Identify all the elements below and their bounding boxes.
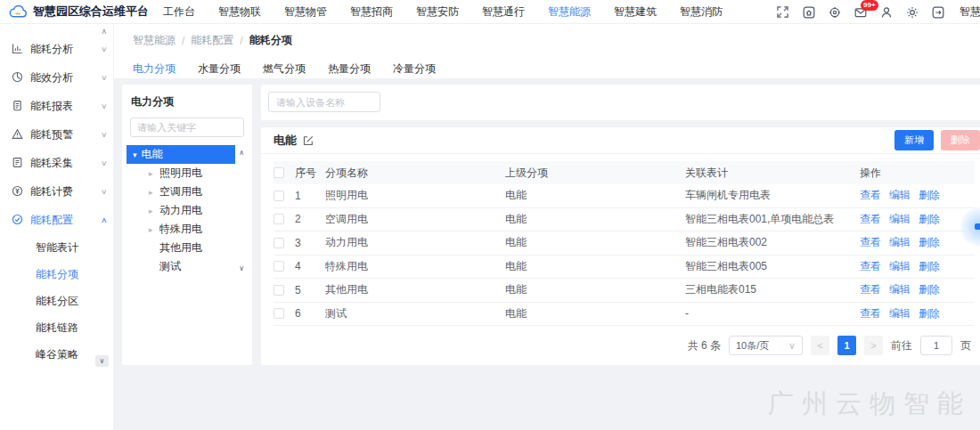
- tree-node[interactable]: 其他用电: [130, 239, 244, 257]
- edit-link[interactable]: 编辑: [889, 259, 911, 274]
- edit-link[interactable]: 编辑: [889, 282, 911, 297]
- sidebar-subitem[interactable]: 智能表计: [0, 234, 113, 261]
- delete-button[interactable]: 删除: [941, 130, 980, 150]
- sidebar-subitem[interactable]: 能耗分项: [0, 261, 113, 288]
- delete-link[interactable]: 删除: [919, 306, 940, 321]
- delete-link[interactable]: 删除: [919, 259, 940, 274]
- cell-name: 其他用电: [325, 282, 505, 297]
- settings-gear-icon[interactable]: [827, 4, 842, 20]
- next-page-button[interactable]: [864, 336, 883, 355]
- sidebar-item[interactable]: 能效分析 ∨: [0, 63, 113, 92]
- app-logo: 智慧园区综合运维平台: [0, 4, 159, 20]
- top-bar: 智慧园区综合运维平台 工作台智慧物联智慧物管智慧招商智慧安防智慧通行智慧能源智慧…: [0, 0, 980, 24]
- topnav-item[interactable]: 智慧建筑: [614, 4, 657, 20]
- topnav-item[interactable]: 智慧通行: [482, 4, 525, 20]
- theme-sun-icon[interactable]: [904, 4, 919, 20]
- mail-icon[interactable]: 99+: [853, 4, 868, 20]
- table-row: 4 特殊用电 电能 智能三相电表005 查看 编辑 删除: [274, 256, 975, 280]
- cell-meter: 车辆闸机专用电表: [685, 188, 860, 203]
- topnav-item[interactable]: 工作台: [163, 4, 195, 20]
- breadcrumb-item[interactable]: 智慧能源: [133, 33, 176, 48]
- tab-item[interactable]: 水量分项: [198, 61, 241, 77]
- breadcrumb-separator: /: [182, 35, 184, 47]
- sidebar-subitem[interactable]: 能耗分区: [0, 288, 113, 314]
- sidebar-item[interactable]: 能耗预警 ∨: [0, 120, 113, 149]
- cell-index: 4: [295, 260, 325, 272]
- row-checkbox[interactable]: [274, 191, 284, 201]
- topnav-item[interactable]: 智慧招商: [350, 4, 393, 20]
- add-button[interactable]: 新增: [894, 130, 934, 150]
- tree-search-input[interactable]: [130, 118, 244, 137]
- topnav-item[interactable]: 智慧安防: [416, 4, 459, 20]
- sidebar-item-icon: [12, 214, 24, 226]
- sidebar-subitem[interactable]: 能耗链路: [0, 314, 113, 341]
- edit-icon[interactable]: [303, 135, 314, 146]
- tree-scroll-up-icon[interactable]: ∧: [239, 149, 244, 157]
- view-link[interactable]: 查看: [860, 282, 881, 297]
- edit-link[interactable]: 编辑: [889, 188, 911, 203]
- sidebar-scroll-up-icon[interactable]: ∧: [101, 27, 107, 36]
- topnav-item[interactable]: 智慧物管: [284, 4, 327, 20]
- topnav-item[interactable]: 智慧能源: [548, 4, 591, 20]
- page-size-select[interactable]: 10条/页 ∨: [729, 336, 803, 355]
- row-checkbox[interactable]: [274, 214, 284, 224]
- view-link[interactable]: 查看: [860, 259, 881, 274]
- tree-scroll-down-icon[interactable]: ∨: [239, 264, 244, 272]
- device-search-input[interactable]: [268, 92, 380, 112]
- view-link[interactable]: 查看: [860, 212, 881, 227]
- row-checkbox[interactable]: [274, 238, 284, 248]
- caret-down-icon: ▾: [133, 150, 137, 159]
- sidebar-item[interactable]: 能耗配置 ∧: [0, 206, 113, 234]
- select-all-checkbox[interactable]: [274, 167, 284, 178]
- delete-link[interactable]: 删除: [919, 188, 940, 203]
- delete-link[interactable]: 删除: [919, 282, 940, 297]
- view-link[interactable]: 查看: [860, 235, 881, 250]
- sidebar-item[interactable]: 能耗采集 ∨: [0, 149, 113, 177]
- tree-node[interactable]: ▸ 特殊用电: [130, 220, 244, 239]
- row-checkbox[interactable]: [274, 308, 284, 319]
- sidebar-item[interactable]: 能耗计费 ∨: [0, 177, 113, 206]
- edit-link[interactable]: 编辑: [889, 235, 911, 250]
- chevron-icon: ∨: [101, 159, 108, 167]
- row-checkbox[interactable]: [274, 261, 284, 272]
- view-link[interactable]: 查看: [860, 306, 881, 321]
- goto-page-input[interactable]: [920, 336, 952, 355]
- sidebar-item[interactable]: 能耗报表 ∨: [0, 92, 113, 120]
- chevron-icon: ∨: [101, 45, 108, 53]
- pagination: 共 6 条 10条/页 ∨ 1 前往 页: [261, 336, 971, 355]
- home-icon[interactable]: [801, 4, 816, 20]
- cell-actions: 查看 编辑 删除: [860, 235, 975, 250]
- cell-parent: 电能: [505, 235, 685, 250]
- breadcrumb: 智慧能源/能耗配置/能耗分项: [114, 24, 980, 48]
- prev-page-button[interactable]: [811, 336, 829, 355]
- topnav-item[interactable]: 智慧物联: [218, 4, 261, 20]
- park-selector[interactable]: 智慧园区: [960, 4, 980, 20]
- view-link[interactable]: 查看: [860, 188, 881, 203]
- tab-item[interactable]: 燃气分项: [263, 61, 306, 77]
- tab-item[interactable]: 电力分项: [133, 61, 176, 77]
- fullscreen-icon[interactable]: [775, 4, 790, 20]
- tree-node[interactable]: ▸ 动力用电: [130, 201, 244, 220]
- breadcrumb-item[interactable]: 能耗配置: [191, 33, 233, 48]
- sidebar-scroll-down-icon[interactable]: ∨: [95, 355, 109, 367]
- tab-item[interactable]: 热量分项: [328, 61, 371, 77]
- current-page-button[interactable]: 1: [837, 336, 856, 355]
- tree-node[interactable]: ▸ 空调用电: [130, 183, 244, 201]
- cloud-logo-icon: [9, 5, 28, 19]
- cell-index: 3: [295, 237, 325, 249]
- edit-link[interactable]: 编辑: [889, 212, 911, 227]
- exit-icon[interactable]: [930, 4, 945, 20]
- category-tree: ▾ 电能 ▸ 照明用电 ▸ 空调用电 ▸ 动力用电 ▸ 特殊用电 其他用电 测试…: [130, 145, 244, 276]
- topnav-item[interactable]: 智慧消防: [680, 4, 723, 20]
- user-icon[interactable]: [878, 4, 894, 20]
- tree-node[interactable]: 测试: [130, 257, 244, 276]
- edit-link[interactable]: 编辑: [889, 306, 911, 321]
- tree-node-root[interactable]: ▾ 电能: [127, 145, 235, 164]
- tab-item[interactable]: 冷量分项: [393, 61, 436, 77]
- delete-link[interactable]: 删除: [919, 235, 940, 250]
- tree-node[interactable]: ▸ 照明用电: [130, 164, 244, 183]
- cell-name: 测试: [325, 306, 505, 321]
- row-checkbox[interactable]: [274, 285, 284, 296]
- delete-link[interactable]: 删除: [919, 212, 940, 227]
- sidebar-item[interactable]: 能耗分析 ∨: [0, 35, 113, 63]
